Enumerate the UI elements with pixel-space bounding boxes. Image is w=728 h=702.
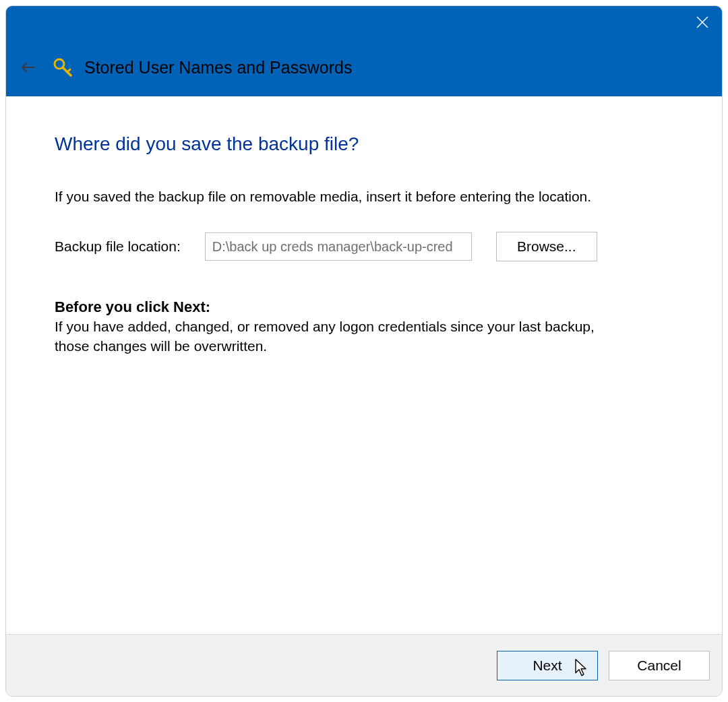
cursor-icon: [574, 658, 589, 676]
content-area: Where did you save the backup file? If y…: [6, 96, 722, 634]
arrow-left-icon: [20, 59, 36, 75]
cancel-button[interactable]: Cancel: [609, 651, 710, 680]
back-button[interactable]: [17, 57, 38, 78]
next-button-label: Next: [533, 658, 562, 673]
file-location-input[interactable]: [205, 232, 472, 261]
titlebar: [6, 6, 722, 38]
footer-bar: Next Cancel: [6, 634, 722, 696]
dialog-window: Stored User Names and Passwords Where di…: [5, 5, 723, 697]
key-icon: [53, 58, 72, 77]
browse-button[interactable]: Browse...: [496, 232, 597, 261]
svg-line-5: [67, 69, 70, 72]
close-icon: [696, 16, 708, 28]
next-button[interactable]: Next: [497, 651, 598, 680]
close-button[interactable]: [683, 6, 722, 38]
file-location-label: Backup file location:: [55, 238, 181, 255]
file-location-row: Backup file location: Browse...: [55, 232, 673, 261]
header-bar: Stored User Names and Passwords: [6, 38, 722, 96]
intro-text: If you saved the backup file on removabl…: [55, 187, 607, 206]
note-text: If you have added, changed, or removed a…: [55, 317, 614, 356]
note-heading: Before you click Next:: [55, 298, 673, 316]
page-heading: Where did you save the backup file?: [55, 133, 673, 155]
header-title: Stored User Names and Passwords: [84, 58, 352, 77]
